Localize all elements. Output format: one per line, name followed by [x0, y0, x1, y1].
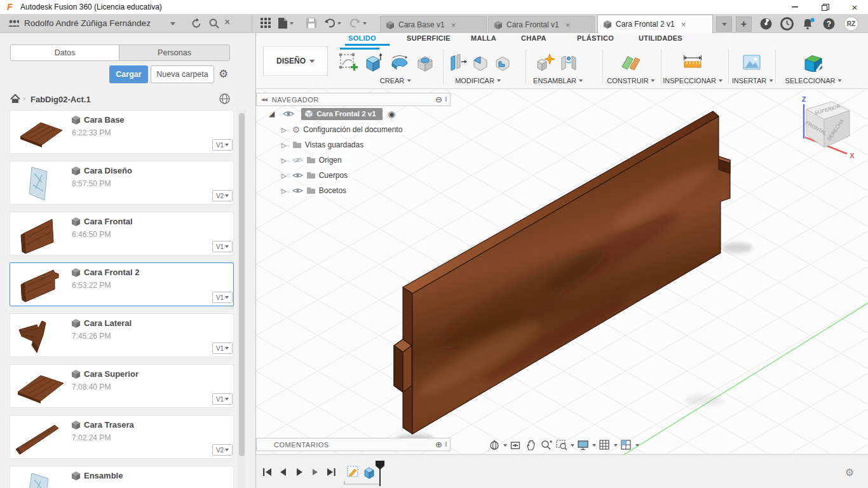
- group-ensamblar[interactable]: ENSAMBLAR: [533, 77, 583, 85]
- document-tab-cara-base[interactable]: Cara Base v1 ×: [380, 16, 487, 33]
- fillet-icon[interactable]: [471, 53, 490, 72]
- project-item-cara-base[interactable]: Cara Base 6:22:33 PM V1: [10, 110, 234, 154]
- design-workspace-dropdown[interactable]: DISEÑO: [263, 46, 328, 76]
- grid-caret-icon[interactable]: [614, 444, 618, 447]
- version-dropdown[interactable]: V1: [212, 342, 233, 354]
- hide-panel-icon[interactable]: ⊖: [435, 95, 442, 104]
- document-tab-cara-frontal-2[interactable]: Cara Frontal 2 v1 ×: [597, 15, 713, 33]
- ribbon-tab-utilidades[interactable]: UTILIDADES: [639, 34, 682, 45]
- navigator-node-saved-views[interactable]: ▷ Vistas guardadas: [281, 139, 369, 151]
- look-at-icon[interactable]: [510, 439, 522, 452]
- refresh-icon[interactable]: [191, 18, 202, 29]
- tab-personas[interactable]: Personas: [119, 44, 230, 61]
- visibility-eye-icon[interactable]: [292, 172, 303, 179]
- orbit-caret-icon[interactable]: [503, 444, 507, 447]
- select-tool-icon[interactable]: [803, 53, 822, 72]
- measure-icon[interactable]: [682, 53, 702, 72]
- viewport[interactable]: ◀◀ NAVEGADOR ⊖ ‖ ◢ Cara Frontal 2 v1 ◉ ▷…: [256, 89, 868, 454]
- zoom-window-icon[interactable]: [555, 439, 568, 452]
- timeline-gear-icon[interactable]: ⚙: [845, 468, 854, 478]
- group-construir[interactable]: CONSTRUIR: [607, 77, 654, 85]
- navigator-panel-header[interactable]: ◀◀ NAVEGADOR ⊖ ‖: [256, 93, 451, 106]
- navigator-node-origen[interactable]: ▷ Origen: [281, 154, 347, 166]
- visibility-off-eye-icon[interactable]: [292, 156, 303, 164]
- panel-grip-icon[interactable]: ‖: [445, 442, 447, 448]
- timeline-go-start-icon[interactable]: [262, 467, 273, 477]
- navigator-node-bocetos[interactable]: ▷ Bocetos: [281, 184, 351, 197]
- avatar[interactable]: RZ: [844, 17, 858, 31]
- construction-plane-icon[interactable]: [621, 53, 640, 72]
- timeline-step-back-icon[interactable]: [278, 467, 288, 477]
- user-account-menu[interactable]: Rodolfo André Zúñiga Fernández: [24, 14, 151, 33]
- create-sketch-icon[interactable]: [339, 53, 358, 72]
- insert-image-icon[interactable]: [742, 53, 761, 72]
- group-modificar[interactable]: MODIFICAR: [455, 77, 501, 85]
- project-item-ensamble[interactable]: Ensamble: [10, 466, 234, 488]
- redo-icon[interactable]: [349, 18, 361, 29]
- joint-icon[interactable]: [559, 53, 578, 72]
- restore-button[interactable]: [816, 0, 835, 14]
- version-dropdown[interactable]: V1: [212, 393, 233, 405]
- grid-settings-icon[interactable]: [599, 439, 611, 452]
- new-document-button[interactable]: +: [736, 17, 752, 32]
- panel-grip-icon[interactable]: ‖: [445, 97, 447, 103]
- undo-icon[interactable]: [324, 18, 336, 29]
- tree-collapsed-icon[interactable]: ▷: [281, 142, 287, 149]
- activate-component-icon[interactable]: ◉: [388, 110, 395, 118]
- group-insertar[interactable]: INSERTAR: [732, 77, 773, 85]
- globe-icon[interactable]: [219, 93, 230, 104]
- project-item-cara-lateral[interactable]: Cara Lateral 7:45:26 PM V1: [10, 313, 234, 357]
- document-tab-cara-frontal[interactable]: Cara Frontal v1 ×: [488, 16, 595, 33]
- group-inspeccionar[interactable]: INSPECCIONAR: [663, 77, 722, 85]
- close-tab-icon[interactable]: ×: [451, 20, 456, 30]
- notifications-bell-icon[interactable]: [801, 17, 815, 30]
- file-menu-icon[interactable]: [278, 18, 290, 29]
- gear-icon[interactable]: ⚙: [219, 69, 228, 79]
- orbit-icon[interactable]: [488, 439, 501, 452]
- tree-collapsed-icon[interactable]: ▷: [281, 157, 287, 164]
- zoom-icon[interactable]: [540, 439, 553, 452]
- collapse-panel-icon[interactable]: ◀◀: [261, 97, 267, 102]
- tab-datos[interactable]: Datos: [10, 44, 119, 61]
- close-tab-icon[interactable]: ×: [566, 20, 571, 30]
- new-folder-button[interactable]: Nueva carpeta: [151, 65, 214, 83]
- version-dropdown[interactable]: V1: [212, 139, 233, 151]
- timeline-play-icon[interactable]: [294, 467, 304, 477]
- tab-list-dropdown-button[interactable]: [716, 17, 732, 32]
- viewports-caret-icon[interactable]: [635, 444, 639, 447]
- pan-hand-icon[interactable]: [525, 439, 538, 452]
- project-item-cara-superior[interactable]: Cara Superior 7:08:40 PM V1: [10, 364, 234, 408]
- version-dropdown[interactable]: V1: [212, 292, 233, 303]
- version-dropdown[interactable]: V2: [212, 444, 233, 456]
- tree-collapsed-icon[interactable]: ▷: [281, 126, 287, 133]
- tree-expanded-icon[interactable]: ◢: [269, 109, 275, 118]
- visibility-eye-icon[interactable]: [283, 110, 294, 118]
- breadcrumb[interactable]: FabDig02-Act.1: [31, 95, 91, 104]
- hole-icon[interactable]: [416, 53, 435, 72]
- navigator-root-node[interactable]: Cara Frontal 2 v1: [301, 108, 382, 120]
- press-pull-icon[interactable]: [448, 53, 467, 72]
- version-dropdown[interactable]: V1: [212, 241, 233, 252]
- close-tab-icon[interactable]: ×: [681, 20, 686, 29]
- ribbon-tab-chapa[interactable]: CHAPA: [521, 34, 546, 45]
- group-crear[interactable]: CREAR: [380, 77, 411, 85]
- close-panel-icon[interactable]: ×: [224, 17, 230, 28]
- home-icon[interactable]: [10, 94, 20, 104]
- revolve-icon[interactable]: [390, 53, 409, 72]
- close-window-button[interactable]: ×: [845, 0, 864, 14]
- project-item-cara-diseno[interactable]: Cara Diseño 8:57:50 PM V2: [10, 161, 234, 205]
- ribbon-tab-superficie[interactable]: SUPERFICIE: [407, 34, 451, 45]
- search-icon[interactable]: [208, 18, 220, 29]
- timeline-playhead[interactable]: [374, 458, 386, 487]
- display-caret-icon[interactable]: [592, 444, 596, 447]
- upload-button[interactable]: Cargar: [109, 65, 148, 83]
- add-comment-icon[interactable]: ⊕: [435, 440, 442, 449]
- tree-collapsed-icon[interactable]: ▷: [281, 187, 287, 194]
- new-component-icon[interactable]: [536, 53, 555, 72]
- navigator-node-document-settings[interactable]: ▷ ⚙ Configuración del documento: [281, 123, 407, 136]
- timeline-go-end-icon[interactable]: [326, 467, 336, 477]
- tree-collapsed-icon[interactable]: ▷: [281, 172, 287, 179]
- chamfer-icon[interactable]: [493, 53, 512, 72]
- extrude-icon[interactable]: [363, 53, 383, 72]
- job-status-clock-icon[interactable]: [780, 17, 794, 30]
